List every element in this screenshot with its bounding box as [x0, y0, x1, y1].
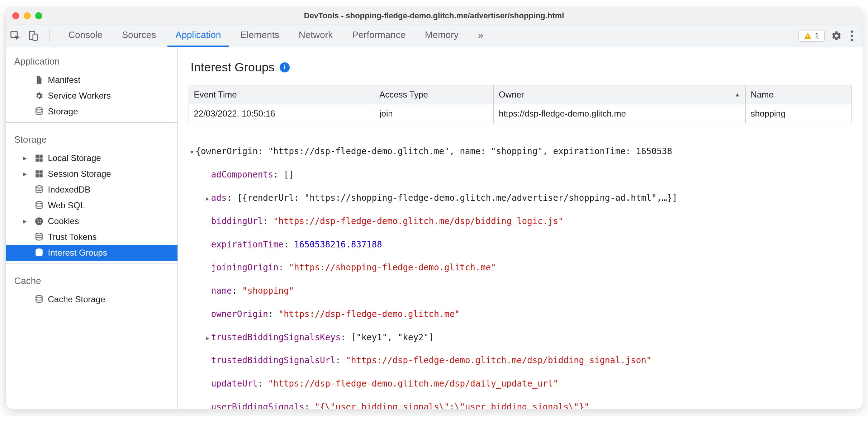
info-icon[interactable]: i [280, 62, 290, 72]
svg-point-18 [36, 202, 42, 204]
warning-count: 1 [815, 31, 819, 41]
svg-rect-4 [807, 37, 808, 38]
panel-tabs: Console Sources Application Elements Net… [61, 24, 492, 47]
sidebar-item-cookies[interactable]: ▶ Cookies [6, 213, 177, 229]
top-toolbar: Console Sources Application Elements Net… [6, 24, 863, 47]
gear-icon [831, 30, 842, 41]
database-icon [34, 107, 44, 116]
svg-rect-12 [39, 158, 43, 162]
svg-rect-3 [807, 35, 808, 37]
sidebar-item-interest-groups[interactable]: ▶ Interest Groups [6, 245, 177, 261]
grid-icon [34, 153, 44, 163]
svg-point-23 [39, 222, 41, 223]
tab-application[interactable]: Application [167, 24, 229, 47]
sidebar-section-storage: Storage [6, 125, 177, 150]
tab-memory[interactable]: Memory [417, 24, 466, 47]
cell-event-time: 22/03/2022, 10:50:16 [189, 104, 374, 123]
tab-performance[interactable]: Performance [344, 24, 413, 47]
more-tabs-button[interactable]: » [470, 24, 492, 47]
sort-arrow-icon: ▲ [735, 91, 740, 98]
col-event-time[interactable]: Event Time [189, 85, 374, 104]
sidebar-item-websql[interactable]: ▶ Web SQL [6, 198, 177, 213]
sidebar-item-service-workers[interactable]: ▶ Service Workers [6, 88, 177, 104]
svg-point-19 [35, 217, 43, 225]
svg-rect-10 [39, 155, 43, 158]
sidebar-item-manifest[interactable]: ▶ Manifest [6, 72, 177, 88]
svg-rect-11 [35, 158, 39, 162]
svg-rect-14 [39, 170, 43, 174]
cell-name: shopping [745, 104, 852, 123]
col-name[interactable]: Name [745, 85, 852, 104]
devtools-window: DevTools - shopping-fledge-demo.glitch.m… [6, 7, 863, 409]
svg-point-5 [850, 30, 853, 33]
svg-point-20 [37, 219, 38, 221]
file-icon [34, 75, 44, 85]
settings-button[interactable] [831, 29, 842, 43]
svg-point-22 [38, 222, 39, 223]
separator [49, 29, 50, 42]
main-pane: Interest Groups i Event Time Access Type… [178, 47, 863, 409]
warning-icon [804, 32, 812, 40]
svg-point-24 [36, 233, 42, 236]
svg-rect-16 [39, 174, 43, 177]
more-options-button[interactable] [845, 30, 858, 41]
svg-rect-13 [35, 170, 39, 174]
sidebar-item-indexeddb[interactable]: ▶ IndexedDB [6, 182, 177, 198]
table-row[interactable]: 22/03/2022, 10:50:16 join https://dsp-fl… [189, 104, 852, 123]
panel-heading-text: Interest Groups [191, 60, 275, 74]
close-window-button[interactable] [12, 12, 19, 19]
database-icon [34, 201, 44, 210]
inspect-element-icon[interactable] [10, 29, 21, 43]
svg-point-17 [36, 186, 42, 188]
col-access-type[interactable]: Access Type [374, 85, 494, 104]
tab-elements[interactable]: Elements [233, 24, 287, 47]
cookie-icon [34, 217, 44, 226]
minimize-window-button[interactable] [24, 12, 31, 19]
application-sidebar: Application ▶ Manifest ▶ Service Workers… [6, 47, 178, 409]
warnings-badge[interactable]: 1 [798, 30, 824, 42]
svg-rect-15 [35, 174, 39, 177]
svg-rect-9 [35, 155, 39, 158]
gear-icon [34, 91, 44, 100]
cell-access-type: join [374, 104, 494, 123]
sidebar-item-local-storage[interactable]: ▶ Local Storage [6, 150, 177, 166]
sidebar-item-storage[interactable]: ▶ Storage [6, 104, 177, 119]
sidebar-item-cache-storage[interactable]: ▶ Cache Storage [6, 292, 177, 307]
sidebar-section-application: Application [6, 47, 177, 72]
panel-heading: Interest Groups i [178, 47, 863, 85]
sidebar-section-cache: Cache [6, 267, 177, 292]
database-icon [34, 248, 44, 257]
window-title: DevTools - shopping-fledge-demo.glitch.m… [6, 11, 863, 20]
sidebar-item-trust-tokens[interactable]: ▶ Trust Tokens [6, 229, 177, 245]
kebab-icon [850, 30, 853, 41]
svg-point-26 [36, 295, 42, 298]
tab-console[interactable]: Console [61, 24, 110, 47]
details-tree[interactable]: ▼{ownerOrigin: "https://dsp-fledge-demo.… [178, 123, 863, 409]
svg-rect-2 [33, 34, 37, 41]
sidebar-item-session-storage[interactable]: ▶ Session Storage [6, 166, 177, 182]
tab-network[interactable]: Network [291, 24, 341, 47]
interest-groups-table: Event Time Access Type Owner▲ Name 22/03… [189, 85, 852, 123]
database-icon [34, 232, 44, 242]
database-icon [34, 185, 44, 194]
tab-sources[interactable]: Sources [114, 24, 164, 47]
database-icon [34, 295, 44, 304]
zoom-window-button[interactable] [35, 12, 42, 19]
titlebar: DevTools - shopping-fledge-demo.glitch.m… [6, 7, 863, 24]
grid-icon [34, 169, 44, 179]
device-toolbar-icon[interactable] [28, 29, 39, 43]
col-owner[interactable]: Owner▲ [494, 85, 746, 104]
window-controls [12, 12, 42, 19]
svg-point-21 [39, 220, 41, 221]
svg-point-6 [850, 34, 853, 37]
cell-owner: https://dsp-fledge-demo.glitch.me [494, 104, 746, 123]
svg-point-7 [850, 39, 853, 41]
svg-point-8 [36, 108, 42, 110]
